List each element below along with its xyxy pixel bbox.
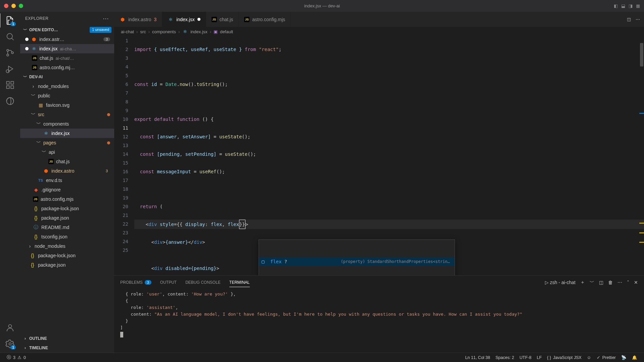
tree-file[interactable]: ⚛index.jsx — [20, 129, 114, 138]
tab-chat-js[interactable]: JSchat.js — [206, 12, 239, 27]
breadcrumbs[interactable]: ai-chat› src› components› ⚛index.jsx› ▣d… — [114, 27, 644, 36]
open-editors-section[interactable]: ﹀ OPEN EDITO… 1 unsaved — [20, 25, 114, 35]
react-file-icon: ⚛ — [182, 29, 188, 35]
terminal-dropdown-icon[interactable]: ﹀ — [590, 279, 594, 285]
tree-folder[interactable]: ﹀pages — [20, 138, 114, 147]
split-editor-icon[interactable]: ◫ — [627, 17, 631, 22]
editor-more-icon[interactable]: ⋯ — [636, 17, 640, 22]
line-gutter: 1234567891011121314151617181920212223242… — [114, 36, 134, 275]
open-editor-item[interactable]: ⬢index.astr…3 — [20, 35, 114, 44]
code-editor[interactable]: 1234567891011121314151617181920212223242… — [114, 36, 644, 275]
project-section[interactable]: ﹀DEV-AI — [20, 72, 114, 82]
maximize-window-icon[interactable] — [19, 4, 23, 8]
explorer-icon[interactable]: 1 — [5, 16, 15, 25]
panel-more-icon[interactable]: ⋯ — [617, 280, 622, 285]
chevron-right-icon: › — [23, 346, 28, 350]
toggle-panel-left-icon[interactable]: ◧ — [614, 3, 618, 8]
accounts-icon[interactable] — [5, 323, 15, 332]
tab-debug-console[interactable]: DEBUG CONSOLE — [185, 278, 221, 287]
new-terminal-icon[interactable]: ＋ — [580, 279, 585, 285]
tree-file[interactable]: {}tsconfig.json — [20, 232, 114, 241]
tree-folder[interactable]: ﹀api — [20, 147, 114, 157]
editor-scrollbar[interactable] — [639, 36, 644, 275]
status-eol[interactable]: LF — [534, 355, 545, 360]
status-bell-icon[interactable]: 🔔 — [629, 355, 640, 360]
terminal-output[interactable]: { role: 'user', content: 'How are you?' … — [114, 289, 644, 353]
debug-icon[interactable] — [5, 64, 15, 74]
window-controls[interactable] — [4, 4, 23, 8]
status-prettier[interactable]: ✓Prettier — [594, 355, 618, 360]
open-editor-item[interactable]: JSchat.js ai-chat/… — [20, 53, 114, 63]
astro-file-icon: ⬢ — [43, 168, 49, 174]
close-window-icon[interactable] — [4, 4, 8, 8]
tree-file[interactable]: {}package.json — [20, 213, 114, 223]
chevron-right-icon: › — [28, 243, 32, 249]
sidebar-more-icon[interactable]: ⋯ — [103, 15, 109, 22]
status-errors[interactable]: ⓧ3⚠0 — [4, 355, 29, 360]
settings-gear-icon[interactable]: 1 — [5, 339, 15, 349]
tree-file[interactable]: JSastro.config.mjs — [20, 194, 114, 204]
symbol-icon: ▣ — [214, 29, 218, 34]
customize-layout-icon[interactable]: ▦ — [636, 3, 640, 8]
autocomplete-popup[interactable]: ▢flex?(property) StandardShorthandProper… — [259, 239, 455, 275]
maximize-panel-icon[interactable]: ˄ — [627, 280, 629, 285]
json-file-icon: {} — [33, 215, 39, 221]
close-panel-icon[interactable]: ✕ — [634, 280, 638, 285]
svg-file-icon: ▦ — [38, 102, 44, 108]
status-encoding[interactable]: UTF-8 — [517, 355, 534, 360]
tree-file[interactable]: {}package-lock.json — [20, 204, 114, 213]
tree-file[interactable]: ⓘREADME.md — [20, 223, 114, 232]
timeline-section[interactable]: ›TIMELINE — [20, 343, 114, 353]
tree-file[interactable]: {}package.json — [20, 260, 114, 270]
tree-file[interactable]: {}package-lock.json — [20, 251, 114, 260]
chevron-down-icon: ﹀ — [23, 27, 28, 33]
open-editor-item[interactable]: ⚛index.jsx ai-cha… — [20, 44, 114, 53]
text-cursor: }} — [239, 220, 245, 229]
toggle-panel-bottom-icon[interactable]: ⬓ — [621, 3, 625, 8]
search-icon[interactable] — [5, 32, 15, 41]
svg-point-10 — [8, 325, 11, 328]
scrollbar-thumb[interactable] — [640, 43, 643, 66]
svg-point-3 — [11, 52, 13, 54]
tab-problems[interactable]: PROBLEMS3 — [120, 278, 151, 287]
tree-file[interactable]: ◆.gitignore — [20, 185, 114, 194]
tab-index-jsx[interactable]: ⚛index.jsx — [162, 12, 206, 27]
status-cursor-pos[interactable]: Ln 11, Col 38 — [462, 355, 493, 360]
split-terminal-icon[interactable]: ◫ — [599, 280, 603, 285]
react-file-icon: ⚛ — [168, 16, 174, 22]
suggest-item[interactable]: ▢flex?(property) StandardShorthandProper… — [259, 257, 455, 266]
tree-folder[interactable]: ﹀components — [20, 119, 114, 129]
outline-section[interactable]: ›OUTLINE — [20, 334, 114, 343]
sidebar: EXPLORER ⋯ ﹀ OPEN EDITO… 1 unsaved ⬢inde… — [20, 12, 114, 353]
tab-astro-config[interactable]: JSastro.config.mjs — [239, 12, 291, 27]
tab-output[interactable]: OUTPUT — [160, 278, 177, 287]
js-file-icon: JS — [212, 17, 217, 22]
settings-badge: 1 — [10, 345, 16, 350]
tree-folder[interactable]: ›node_modules — [20, 82, 114, 91]
tab-terminal[interactable]: TERMINAL — [229, 278, 250, 287]
tree-folder[interactable]: ›node_modules — [20, 241, 114, 251]
source-control-icon[interactable] — [5, 48, 15, 57]
tab-index-astro[interactable]: ⬢index.astro3 — [114, 12, 162, 27]
minimize-window-icon[interactable] — [11, 4, 16, 8]
tree-folder[interactable]: ﹀public — [20, 91, 114, 100]
edge-tools-icon[interactable] — [5, 96, 15, 106]
kill-terminal-icon[interactable]: 🗑 — [608, 280, 613, 285]
extensions-icon[interactable] — [5, 80, 15, 90]
chevron-down-icon: ﹀ — [23, 74, 28, 80]
status-language[interactable]: { } JavaScript JSX — [544, 355, 584, 360]
open-editor-item[interactable]: JSastro.config.mj… — [20, 63, 114, 72]
tree-file[interactable]: ▦favicon.svg — [20, 100, 114, 110]
status-indent[interactable]: Spaces: 2 — [493, 355, 517, 360]
tree-file[interactable]: ⬢index.astro3 — [20, 166, 114, 176]
terminal-shell-label[interactable]: ▷ zsh - ai-chat — [545, 280, 576, 285]
tree-file[interactable]: JSchat.js — [20, 157, 114, 166]
toggle-panel-right-icon[interactable]: ◨ — [629, 3, 633, 8]
tree-folder[interactable]: ﹀src — [20, 110, 114, 119]
json-file-icon: {} — [33, 206, 39, 212]
code-content[interactable]: import { useEffect, useRef, useState } f… — [134, 36, 644, 275]
status-feedback-icon[interactable]: 📡 — [618, 355, 629, 360]
tree-file[interactable]: TSenv.d.ts — [20, 176, 114, 185]
markdown-file-icon: ⓘ — [33, 224, 39, 230]
status-copilot-icon[interactable]: ☺ — [584, 355, 594, 360]
